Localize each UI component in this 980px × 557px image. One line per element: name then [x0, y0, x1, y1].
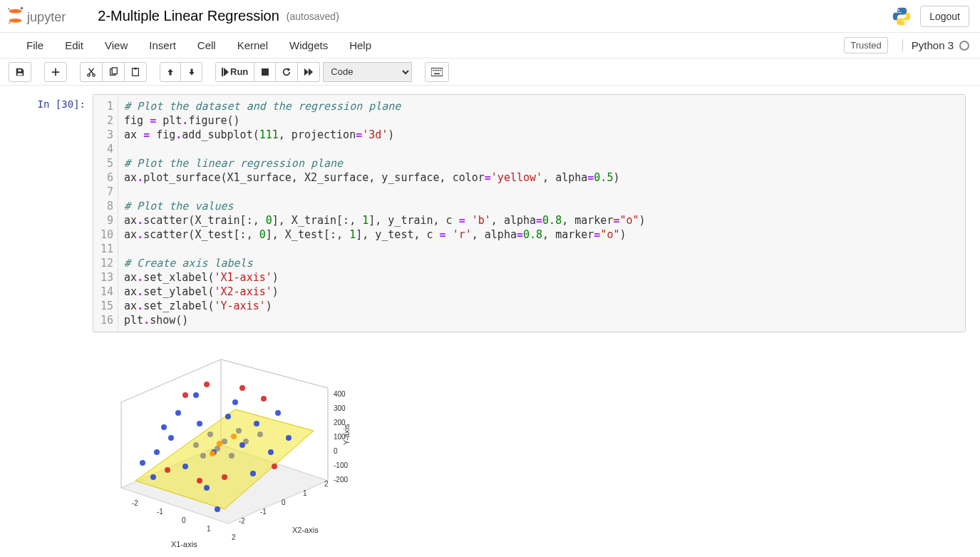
svg-text:X1-axis: X1-axis — [171, 540, 197, 548]
matplotlib-3d-output: -2-1012-2-1012-200-1000100200300400 X1-a… — [93, 345, 378, 552]
save-icon — [15, 67, 25, 77]
toolbar: Run Code — [0, 58, 980, 86]
run-button[interactable]: Run — [215, 62, 254, 82]
code-cell[interactable]: In [30]: 12345678910111213141516 # Plot … — [14, 94, 966, 332]
insert-cell-button[interactable] — [44, 62, 67, 82]
svg-rect-21 — [440, 69, 441, 71]
menu-insert[interactable]: Insert — [138, 35, 187, 56]
svg-text:-200: -200 — [334, 476, 348, 484]
svg-point-57 — [257, 431, 263, 437]
logout-button[interactable]: Logout — [920, 6, 969, 27]
svg-point-0 — [9, 9, 21, 13]
svg-point-65 — [272, 464, 277, 469]
kernel-indicator[interactable]: Python 3 — [902, 39, 969, 51]
svg-text:-2: -2 — [239, 517, 245, 525]
trusted-indicator[interactable]: Trusted — [844, 37, 888, 53]
menubar: File Edit View Insert Cell Kernel Widget… — [0, 33, 980, 58]
python-icon — [892, 6, 912, 26]
svg-text:-1: -1 — [260, 508, 267, 516]
svg-point-54 — [229, 453, 234, 459]
cell-type-select[interactable]: Code — [323, 62, 412, 82]
svg-point-48 — [215, 506, 220, 512]
svg-point-46 — [286, 435, 292, 441]
svg-rect-14 — [222, 68, 223, 76]
svg-point-55 — [243, 439, 249, 444]
svg-point-49 — [140, 460, 145, 466]
svg-point-9 — [93, 73, 96, 76]
svg-point-44 — [250, 471, 256, 476]
jupyter-logo[interactable]: jupyter — [7, 6, 89, 26]
svg-point-2 — [8, 7, 10, 9]
code-editor[interactable]: # Plot the dataset and the regression pl… — [118, 95, 965, 332]
svg-text:jupyter: jupyter — [26, 9, 66, 24]
svg-point-60 — [231, 434, 237, 439]
svg-point-53 — [215, 446, 220, 451]
notebook-name[interactable]: 2-Multiple Linear Regression — [98, 8, 279, 24]
svg-point-59 — [217, 441, 222, 446]
cut-button[interactable] — [80, 62, 103, 82]
svg-point-30 — [154, 449, 160, 455]
svg-point-38 — [268, 449, 274, 455]
svg-point-67 — [239, 385, 245, 391]
svg-point-42 — [150, 474, 156, 480]
svg-point-40 — [175, 410, 181, 416]
menu-widgets[interactable]: Widgets — [279, 35, 339, 56]
svg-text:0: 0 — [282, 499, 286, 506]
svg-point-3 — [21, 6, 24, 9]
move-down-button[interactable] — [181, 62, 202, 82]
svg-text:1: 1 — [207, 525, 211, 533]
svg-text:-1: -1 — [157, 508, 163, 516]
svg-rect-19 — [436, 69, 438, 71]
run-icon — [222, 68, 229, 76]
menu-edit[interactable]: Edit — [54, 35, 94, 56]
svg-text:0: 0 — [334, 447, 338, 455]
restart-run-all-button[interactable] — [298, 62, 320, 82]
svg-point-47 — [161, 424, 167, 430]
svg-point-50 — [207, 431, 213, 437]
command-palette-button[interactable] — [425, 62, 449, 82]
save-button[interactable] — [9, 62, 31, 82]
stop-icon — [261, 68, 269, 76]
svg-text:-100: -100 — [334, 461, 348, 469]
output-cell: -2-1012-2-1012-200-1000100200300400 X1-a… — [14, 339, 966, 552]
output-area: -2-1012-2-1012-200-1000100200300400 X1-a… — [93, 339, 378, 552]
menu-kernel[interactable]: Kernel — [227, 35, 279, 56]
menu-file[interactable]: File — [16, 35, 54, 56]
svg-rect-17 — [433, 69, 435, 71]
menu-help[interactable]: Help — [339, 35, 382, 56]
interrupt-button[interactable] — [254, 62, 276, 82]
svg-point-37 — [254, 421, 259, 426]
svg-line-28 — [221, 359, 328, 388]
svg-rect-22 — [434, 73, 440, 74]
svg-text:Y-axis: Y-axis — [342, 424, 351, 445]
arrow-down-icon — [187, 68, 196, 76]
svg-point-31 — [168, 435, 174, 441]
svg-point-39 — [232, 399, 238, 405]
code-input-area[interactable]: 12345678910111213141516 # Plot the datas… — [93, 94, 966, 332]
svg-point-62 — [182, 392, 188, 398]
svg-rect-13 — [134, 67, 137, 69]
paste-button[interactable] — [125, 62, 147, 82]
notebook-container: In [30]: 12345678910111213141516 # Plot … — [0, 86, 980, 557]
svg-point-51 — [222, 439, 227, 444]
svg-point-33 — [197, 421, 202, 426]
svg-text:1: 1 — [303, 489, 307, 497]
svg-point-68 — [222, 474, 227, 480]
menu-cell[interactable]: Cell — [187, 35, 227, 56]
svg-point-64 — [165, 467, 170, 473]
restart-button[interactable] — [276, 62, 298, 82]
autosave-status: (autosaved) — [287, 11, 339, 22]
svg-point-52 — [236, 428, 242, 434]
svg-rect-15 — [262, 68, 269, 76]
menu-view[interactable]: View — [94, 35, 138, 56]
kernel-name: Python 3 — [912, 39, 954, 51]
plus-icon — [51, 67, 61, 77]
svg-point-35 — [225, 414, 231, 419]
copy-button[interactable] — [103, 62, 125, 82]
svg-point-63 — [261, 396, 267, 402]
svg-point-56 — [200, 453, 206, 459]
svg-point-61 — [210, 451, 215, 456]
move-up-button[interactable] — [160, 62, 181, 82]
line-number-gutter: 12345678910111213141516 — [93, 95, 118, 332]
output-prompt — [14, 339, 93, 552]
